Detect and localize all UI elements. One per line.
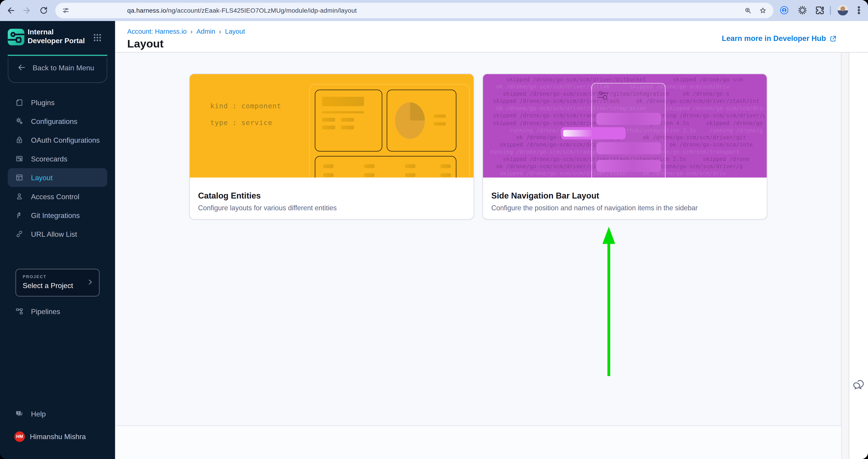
- sidebar-item-plugins[interactable]: Plugins: [8, 93, 107, 112]
- sidebar-item-configurations[interactable]: Configurations: [8, 112, 107, 130]
- help-icon: ?: [15, 409, 24, 418]
- breadcrumb-separator: ›: [219, 28, 221, 35]
- sidebar-item-label: OAuth Configurations: [31, 136, 100, 144]
- external-link-icon: [829, 35, 837, 42]
- breadcrumb: Account: Harness.io › Admin › Layout: [127, 28, 245, 35]
- user-name: Himanshu Mishra: [30, 432, 86, 441]
- chevron-right-icon: [86, 278, 94, 286]
- breadcrumb-admin[interactable]: Admin: [196, 28, 215, 35]
- idp-logo-icon[interactable]: [8, 29, 24, 45]
- back-to-main-menu[interactable]: Back to Main Menu: [8, 58, 107, 83]
- gears-icon: [15, 117, 24, 126]
- mock-nav-bar: [596, 142, 661, 155]
- extension-sunburst-icon[interactable]: [797, 5, 808, 15]
- scorecard-icon: [15, 154, 24, 163]
- back-arrow-icon: [17, 63, 26, 72]
- toolbar-separator: [830, 6, 831, 15]
- breadcrumb-account[interactable]: Account: Harness.io: [127, 28, 187, 35]
- sidebar-item-label: Configurations: [31, 117, 78, 125]
- url-text[interactable]: qa.harness.io/ng/account/zEaak-FLS425IEO…: [127, 7, 357, 14]
- content-footer: [115, 425, 841, 459]
- sidebar-item-layout[interactable]: Layout: [8, 168, 107, 187]
- teal-divider: [8, 55, 107, 56]
- plugins-icon: [15, 98, 24, 107]
- mock-nav-bar: [596, 160, 661, 172]
- sidebar-item-label: Git Integrations: [31, 211, 80, 219]
- chat-help-icon[interactable]: [852, 378, 866, 391]
- card-title: Catalog Entities: [198, 191, 465, 200]
- pipelines-label: Pipelines: [31, 307, 60, 316]
- page-title: Layout: [127, 37, 163, 50]
- help-label: Help: [31, 409, 46, 418]
- annotation-arrow-up: [602, 227, 616, 376]
- screen: qa.harness.io/ng/account/zEaak-FLS425IEO…: [0, 0, 868, 459]
- side-nav-illustration: skipped /drone/go-scm/scm/driver/bitbuck…: [483, 74, 767, 177]
- svg-text:?: ?: [18, 411, 19, 415]
- git-icon: [15, 211, 24, 220]
- menu-dots-icon[interactable]: [854, 5, 864, 15]
- user-menu[interactable]: HM Himanshu Mishra: [14, 431, 86, 442]
- back-icon[interactable]: [5, 5, 16, 15]
- illustration-panel-text: [315, 90, 382, 152]
- card-side-navigation-bar-layout[interactable]: skipped /drone/go-scm/scm/driver/bitbuck…: [483, 73, 767, 220]
- browser-profile-avatar[interactable]: [837, 5, 848, 15]
- extensions-puzzle-icon[interactable]: [814, 5, 825, 15]
- card-title: Side Navigation Bar Layout: [491, 191, 758, 200]
- pipelines-icon: [15, 307, 24, 316]
- card-catalog-entities[interactable]: kind : componenttype : service: [189, 73, 474, 220]
- sidebar-item-git-integrations[interactable]: Git Integrations: [8, 206, 107, 225]
- back-label: Back to Main Menu: [33, 63, 94, 72]
- sidebar-item-oauth-configurations[interactable]: OAuth Configurations: [8, 130, 107, 149]
- onepassword-extension-icon[interactable]: [779, 5, 789, 15]
- card-description: Configure layouts for various different …: [198, 204, 465, 212]
- page-header: Account: Harness.io › Admin › Layout Lay…: [115, 21, 868, 53]
- mock-nav-bar: [596, 113, 661, 125]
- right-gutter: [849, 53, 868, 459]
- sidebar-nav: PluginsConfigurationsOAuth Configuration…: [8, 93, 107, 243]
- url-bar[interactable]: qa.harness.io/ng/account/zEaak-FLS425IEO…: [55, 3, 773, 18]
- learn-more-link[interactable]: Learn more in Developer Hub: [722, 34, 837, 43]
- url-domain: qa.harness.io: [127, 7, 166, 14]
- sidebar-item-url-allow-list[interactable]: URL Allow List: [8, 225, 107, 243]
- breadcrumb-separator: ›: [190, 28, 192, 35]
- site-settings-icon[interactable]: [62, 6, 70, 14]
- illustration-panel-pie: [387, 90, 456, 152]
- sidebar-item-label: Plugins: [31, 98, 55, 106]
- mock-logo-icon: [596, 89, 610, 102]
- sidebar: Internal Developer Portal Back to Main M…: [0, 21, 115, 459]
- person-icon: [15, 192, 24, 201]
- sidebar-item-help[interactable]: ? Help: [8, 404, 107, 423]
- scrollbar[interactable]: [841, 53, 849, 459]
- browser-toolbar: qa.harness.io/ng/account/zEaak-FLS425IEO…: [0, 0, 868, 22]
- sidebar-item-access-control[interactable]: Access Control: [8, 187, 107, 206]
- sidebar-item-label: URL Allow List: [31, 230, 77, 238]
- sidebar-item-pipelines[interactable]: Pipelines: [8, 302, 107, 321]
- project-selector[interactable]: PROJECT Select a Project: [16, 269, 99, 296]
- user-avatar: HM: [14, 431, 25, 442]
- pie-chart-shape: [395, 102, 425, 139]
- link-icon: [15, 230, 24, 238]
- yaml-snippet: kind : componenttype : service: [210, 102, 281, 135]
- bookmark-star-icon[interactable]: [759, 6, 767, 14]
- breadcrumb-layout[interactable]: Layout: [225, 28, 245, 35]
- sidebar-item-label: Scorecards: [31, 155, 67, 163]
- card-description: Configure the position and names of navi…: [491, 204, 758, 212]
- module-grid-icon[interactable]: [92, 32, 103, 43]
- forward-icon[interactable]: [22, 5, 32, 15]
- project-value: Select a Project: [23, 282, 73, 290]
- lock-icon: [15, 135, 24, 144]
- catalog-entities-illustration: kind : componenttype : service: [190, 74, 473, 177]
- project-label: PROJECT: [23, 274, 46, 279]
- zoom-icon[interactable]: [744, 6, 752, 14]
- url-path: /ng/account/zEaak-FLS425IEO7OLzMUg/modul…: [166, 7, 357, 14]
- sidebar-item-label: Layout: [31, 173, 53, 182]
- sidebar-item-scorecards[interactable]: Scorecards: [8, 149, 107, 168]
- sidebar-item-label: Access Control: [31, 192, 80, 201]
- illustration-panel-table: [315, 156, 456, 177]
- mock-nav-bar-highlighted: [561, 127, 625, 139]
- product-title: Internal Developer Portal: [28, 28, 90, 45]
- reload-icon[interactable]: [39, 5, 49, 15]
- layout-icon: [15, 173, 24, 182]
- learn-more-label: Learn more in Developer Hub: [722, 34, 826, 43]
